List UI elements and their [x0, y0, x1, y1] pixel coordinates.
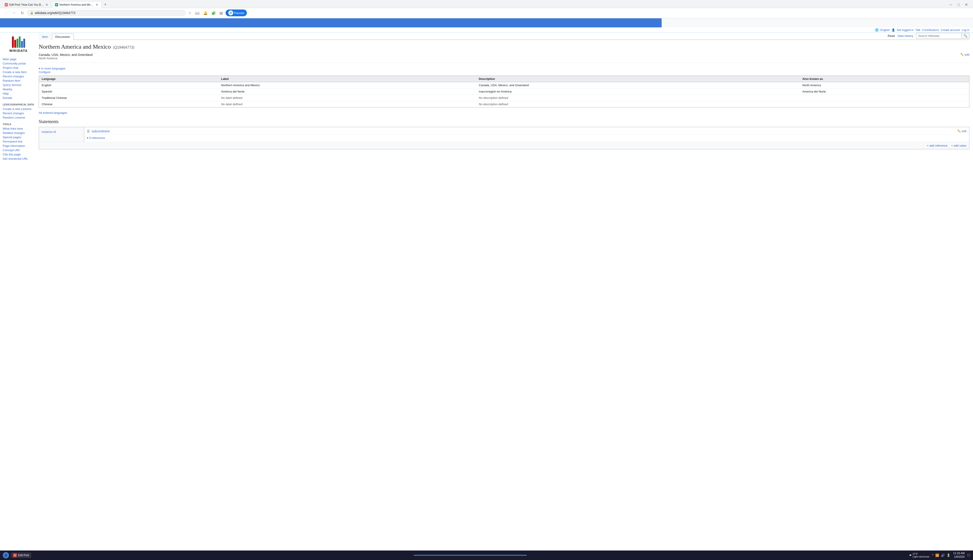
lang-row-english: English Northern America and Mexico Cana…: [39, 82, 970, 88]
tab-1-close[interactable]: ✕: [45, 3, 48, 7]
sidebar-item-short-url[interactable]: Get shortened URL: [2, 157, 35, 161]
profile-button[interactable]: A Paused: [226, 10, 247, 16]
taskbar-center: [31, 555, 909, 556]
language-icon: 🌐: [875, 28, 879, 32]
rank-icon: ☰: [87, 129, 90, 133]
lang-row-chinese: Chinese No label defined No description …: [39, 101, 970, 107]
reload-button[interactable]: ↻: [19, 10, 25, 16]
taskbar-wifi-icon[interactable]: 📶: [935, 553, 939, 557]
label-cell-chinese: No label defined: [218, 101, 476, 107]
statement-actions: ✏️ edit: [955, 127, 969, 142]
forward-button[interactable]: →: [11, 10, 17, 16]
sidebar-item-random-item[interactable]: Random Item: [2, 78, 35, 83]
view-history-action[interactable]: View history: [897, 34, 913, 38]
time-display: 11:16 AM: [953, 552, 965, 555]
statement-value-row: ☰ subcontinent: [87, 129, 952, 133]
notification-bar: [0, 18, 661, 27]
edit-pencil-icon: ✏️: [957, 129, 961, 133]
start-button[interactable]: ⊞: [3, 552, 9, 558]
desc-cell-spanish: macrorregión en América: [476, 88, 800, 95]
sidebar-item-concept-uri[interactable]: Concept URI: [2, 148, 35, 152]
statement-edit-link[interactable]: ✏️ edit: [957, 129, 966, 133]
reading-list-icon[interactable]: 📖: [194, 10, 200, 16]
property-link[interactable]: instance of: [42, 130, 56, 133]
sidebar-item-permanent-link[interactable]: Permanent link: [2, 139, 35, 144]
not-logged-in-text: 👤: [891, 28, 895, 32]
close-window-button[interactable]: ✕: [963, 2, 970, 8]
sidebar-item-random-lexeme[interactable]: Random Lexeme: [2, 115, 35, 120]
security-icon: 🔒: [30, 11, 33, 15]
minimize-button[interactable]: ─: [948, 2, 954, 8]
taskbar-chevron-icon[interactable]: ^: [932, 553, 934, 557]
sidebar-item-nearby[interactable]: Nearby: [2, 87, 35, 92]
sidebar-item-create-item[interactable]: Create a new Item: [2, 70, 35, 74]
talk-link[interactable]: Talk: [915, 28, 920, 32]
wiki-wrapper: WIKIDATA Main page Community portal Proj…: [0, 33, 973, 165]
search-button[interactable]: 🔍: [961, 33, 969, 38]
taskbar-time: 11:16 AM 1/6/2024: [953, 552, 965, 558]
create-account-link[interactable]: Create account: [941, 28, 960, 32]
sidebar-item-query-service[interactable]: Query Service: [2, 83, 35, 87]
references-toggle[interactable]: ▾ 0 references: [87, 137, 105, 140]
maximize-button[interactable]: □: [955, 2, 962, 8]
address-bar-row: ← → ↻ 🔒 ☆ 📖 🔔 🧩 ▤ A Paused: [0, 8, 973, 18]
sidebar-item-what-links[interactable]: What links here: [2, 127, 35, 131]
tab-2[interactable]: W Northern America and Mexico ✕: [52, 2, 102, 8]
url-input[interactable]: [35, 11, 183, 15]
not-logged-in-link[interactable]: Not logged in: [897, 28, 914, 32]
tab-2-close[interactable]: ✕: [95, 3, 99, 7]
sidebar-item-lexeme-recent[interactable]: Recent changes: [2, 111, 35, 115]
add-reference-link[interactable]: + add reference: [927, 144, 948, 147]
statement-value-link[interactable]: subcontinent: [92, 129, 110, 133]
logo-bars: [12, 37, 25, 48]
notification-icon[interactable]: ☐: [967, 553, 970, 557]
login-link[interactable]: Log in: [962, 28, 970, 32]
tab-1-title: Edit Post "How Can You Begin t: [9, 3, 44, 6]
wiki-logo[interactable]: WIKIDATA: [2, 35, 35, 54]
notifications-icon[interactable]: 🔔: [202, 10, 208, 16]
sidebar-item-related-changes[interactable]: Related changes: [2, 131, 35, 135]
contributions-link[interactable]: Contributions: [922, 28, 939, 32]
back-button[interactable]: ←: [3, 10, 9, 16]
extensions-icon[interactable]: 🧩: [210, 10, 217, 16]
aka-cell-trad-chinese: [800, 95, 970, 101]
more-languages-toggle[interactable]: ▾ In more languages: [39, 67, 65, 70]
logo-bar-6: [23, 39, 25, 48]
view-actions: Read View history 🔍: [888, 33, 970, 40]
address-bar[interactable]: 🔒: [27, 10, 185, 16]
sidebar-item-main-page[interactable]: Main page: [2, 57, 35, 61]
sidebar-icon[interactable]: ▤: [218, 10, 224, 16]
read-action[interactable]: Read: [888, 34, 895, 38]
sidebar-item-create-lexeme[interactable]: Create a new Lexeme: [2, 107, 35, 111]
sidebar-item-donate[interactable]: Donate: [2, 96, 35, 100]
aka-cell-chinese: [800, 101, 970, 107]
weather-temp: 37°F: [913, 553, 929, 555]
sidebar-item-help[interactable]: Help: [2, 92, 35, 96]
sidebar-item-project-chat[interactable]: Project chat: [2, 66, 35, 70]
description-edit-link[interactable]: ✏️ edit: [960, 53, 970, 56]
sidebar-item-recent-changes[interactable]: Recent changes: [2, 74, 35, 78]
taskbar-app-browser[interactable]: SE Edit Post: [11, 553, 31, 558]
lang-header-also-known: Also known as: [800, 76, 970, 82]
configure-link[interactable]: Configure: [39, 71, 50, 74]
sidebar-item-page-information[interactable]: Page information: [2, 144, 35, 148]
wiki-page: 🌐 English 👤 Not logged in Talk Contribut…: [0, 27, 973, 560]
search-input[interactable]: [916, 33, 961, 38]
bookmark-icon[interactable]: ☆: [187, 10, 192, 16]
sidebar-item-community-portal[interactable]: Community portal: [2, 61, 35, 66]
taskbar-battery-icon[interactable]: 🔋: [946, 553, 950, 557]
search-box: 🔍: [916, 33, 970, 39]
tab-item[interactable]: Item: [39, 33, 52, 40]
tab-1[interactable]: SE Edit Post "How Can You Begin t ✕: [2, 2, 52, 8]
new-tab-button[interactable]: +: [102, 2, 108, 8]
tab-discussion[interactable]: Discussion: [52, 33, 73, 40]
sidebar-item-special-pages[interactable]: Special pages: [2, 135, 35, 139]
weather-condition: Light rain/snow: [913, 555, 929, 558]
logo-bar-5: [21, 41, 23, 48]
all-languages-link[interactable]: All entered languages: [39, 111, 970, 115]
sidebar-item-cite-page[interactable]: Cite this page: [2, 152, 35, 157]
language-link[interactable]: English: [880, 28, 890, 32]
tab-2-favicon: W: [55, 3, 58, 6]
add-value-link[interactable]: + add value: [951, 144, 966, 147]
taskbar-volume-icon[interactable]: 🔊: [941, 553, 945, 557]
